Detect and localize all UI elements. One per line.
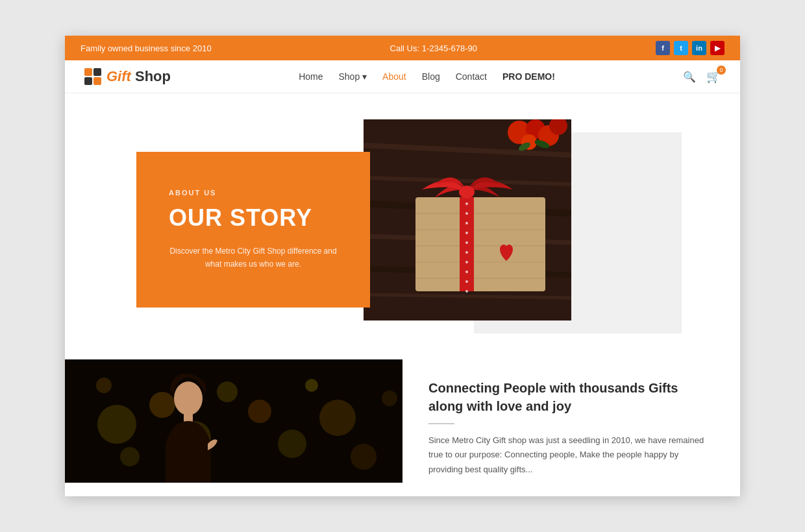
logo-box-orange-br: [93, 77, 101, 85]
logo-text: Gift Shop: [106, 68, 171, 85]
nav-blog[interactable]: Blog: [422, 71, 440, 82]
nav-home[interactable]: Home: [299, 71, 323, 82]
svg-point-23: [465, 222, 468, 224]
gift-svg: [364, 119, 571, 320]
hero-about-us-label: ABOUT US: [169, 189, 338, 197]
hero-image-wrapper: [364, 119, 669, 320]
facebook-icon[interactable]: f: [656, 41, 670, 55]
svg-point-36: [248, 400, 271, 423]
logo-icon: [84, 68, 101, 85]
svg-point-27: [465, 261, 468, 263]
hero-section: ABOUT US OUR STORY Discover the Metro Ci…: [65, 93, 740, 359]
svg-point-21: [465, 202, 468, 205]
svg-point-31: [459, 186, 475, 199]
family-text: Family owned business since 2010: [80, 43, 212, 53]
about-photo-svg: [65, 359, 402, 483]
nav-contact[interactable]: Contact: [456, 71, 487, 82]
about-content: Connecting People with thousands Gifts a…: [402, 359, 740, 496]
svg-rect-20: [460, 197, 474, 291]
logo-shop: Shop: [131, 68, 171, 84]
nav-about[interactable]: About: [382, 71, 406, 82]
svg-point-45: [174, 381, 203, 415]
hero-inner: ABOUT US OUR STORY Discover the Metro Ci…: [136, 119, 669, 320]
svg-point-26: [465, 251, 468, 254]
svg-point-33: [97, 405, 136, 444]
svg-point-24: [465, 232, 468, 234]
nav-pro-demo[interactable]: PRO DEMO!: [502, 71, 555, 82]
cart-button[interactable]: 🛒 0: [706, 69, 721, 84]
hero-description: Discover the Metro City Gift Shop differ…: [169, 245, 338, 271]
about-photo: [65, 359, 402, 483]
svg-point-39: [351, 444, 377, 470]
svg-point-34: [149, 392, 175, 418]
svg-point-43: [305, 379, 318, 392]
about-heading: Connecting People with thousands Gifts a…: [428, 379, 714, 415]
main-nav: Home Shop ▾ About Blog Contact PRO DEMO!: [299, 71, 555, 82]
svg-point-22: [465, 212, 468, 215]
header: Gift Shop Home Shop ▾ About Blog Contact…: [65, 60, 740, 93]
hero-orange-box: ABOUT US OUR STORY Discover the Metro Ci…: [136, 152, 370, 308]
about-text: Since Metro City Gift shop was just a se…: [428, 433, 714, 476]
svg-point-29: [465, 280, 468, 283]
hero-title: OUR STORY: [169, 204, 338, 232]
logo-gift: Gift: [106, 68, 131, 84]
logo[interactable]: Gift Shop: [84, 68, 171, 85]
logo-box-orange-tl: [84, 68, 92, 76]
header-actions: 🔍 🛒 0: [683, 69, 721, 84]
search-button[interactable]: 🔍: [683, 71, 696, 83]
top-bar: Family owned business since 2010 Call Us…: [65, 36, 740, 60]
nav-shop[interactable]: Shop ▾: [339, 71, 367, 82]
cart-badge: 0: [717, 66, 726, 75]
svg-point-28: [465, 271, 468, 273]
logo-box-dark-bl: [84, 77, 92, 85]
svg-point-41: [217, 381, 238, 402]
svg-point-37: [278, 429, 306, 458]
about-section: Connecting People with thousands Gifts a…: [65, 359, 740, 496]
hero-image: [364, 119, 571, 320]
svg-point-25: [465, 241, 468, 244]
call-text: Call Us: 1-2345-678-90: [390, 43, 477, 53]
svg-rect-14: [415, 197, 545, 291]
twitter-icon[interactable]: t: [674, 41, 688, 55]
svg-point-30: [465, 290, 468, 293]
browser-window: Family owned business since 2010 Call Us…: [65, 36, 740, 496]
about-divider: [428, 423, 454, 424]
svg-point-44: [96, 378, 112, 393]
social-icons: f t in ▶: [656, 41, 724, 55]
svg-point-38: [319, 400, 356, 436]
linkedin-icon[interactable]: in: [692, 41, 706, 55]
youtube-icon[interactable]: ▶: [710, 41, 724, 55]
svg-point-40: [120, 447, 140, 466]
logo-box-dark-tr: [93, 68, 101, 76]
svg-point-42: [382, 391, 397, 406]
